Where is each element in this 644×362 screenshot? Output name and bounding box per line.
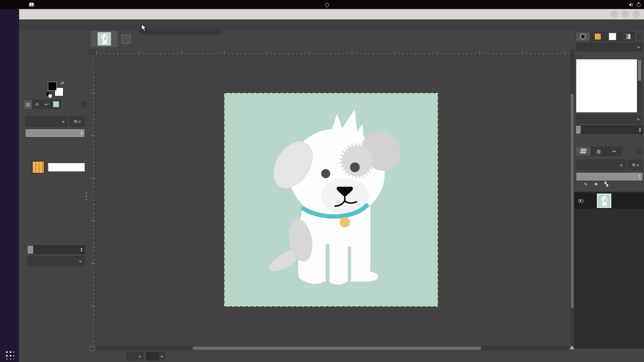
- gimp-titlebar[interactable]: [19, 9, 644, 19]
- chevron-down-icon: ∨: [138, 355, 141, 358]
- brush-filter-box[interactable]: ∨: [576, 43, 643, 51]
- scrollbar-thumb[interactable]: [193, 347, 481, 350]
- brushes-dock-tabs: [576, 32, 635, 41]
- image-tab[interactable]: [91, 30, 118, 48]
- layers-dock-tabs: ▥ ↬: [576, 146, 622, 156]
- brush-group-dropdown[interactable]: ∨: [576, 115, 643, 123]
- spinner-arrows[interactable]: ▲▼: [79, 246, 84, 254]
- mode-switch-button[interactable]: ⟲∨: [69, 116, 85, 127]
- zoom-dropdown-button[interactable]: ∨: [159, 352, 165, 361]
- unit-dropdown[interactable]: ∨: [127, 352, 144, 361]
- tab-tool-options[interactable]: ▤: [23, 100, 33, 109]
- lock-position-icon[interactable]: ✥: [594, 182, 598, 187]
- vertical-scrollbar[interactable]: [570, 49, 574, 346]
- spinner-arrows[interactable]: ▲▼: [79, 129, 84, 137]
- tab-layers[interactable]: [576, 146, 591, 156]
- lock-alpha-icon[interactable]: ▚: [605, 182, 608, 187]
- panel-resize-grip[interactable]: [86, 192, 87, 200]
- layer-row[interactable]: [575, 193, 644, 209]
- image-tab-close-button[interactable]: [122, 35, 130, 44]
- statusbar: ∨ ∨: [88, 351, 574, 362]
- fill-by-dropdown[interactable]: ∨: [27, 256, 85, 266]
- opacity-slider[interactable]: ▲▼: [25, 129, 85, 137]
- system-status-area[interactable]: [627, 3, 641, 7]
- menubar: [19, 19, 644, 30]
- chevron-down-icon: ∨: [78, 120, 81, 123]
- notification-bell-icon: [325, 3, 329, 6]
- right-dock: ∨ ∨ ▲▼ ▥ ↬ ∨ ⟲∨ ▲▼ ✎ ✥ ▚: [574, 30, 644, 362]
- font-icon: [609, 33, 616, 40]
- default-colors-icon[interactable]: [47, 93, 50, 96]
- pattern-name-field[interactable]: [48, 163, 85, 172]
- layers-icon: [580, 149, 587, 154]
- image-tab-thumbnail: [98, 32, 111, 46]
- tab-gradients[interactable]: [620, 32, 635, 41]
- ruler-origin-button[interactable]: [89, 49, 95, 55]
- canvas-area: ∨ ∨: [88, 30, 574, 362]
- tab-channels[interactable]: ▥: [591, 146, 606, 156]
- volume-icon: [627, 3, 631, 6]
- layer-opacity-slider[interactable]: ▲▼: [576, 172, 643, 181]
- close-button[interactable]: [633, 10, 640, 18]
- chevron-down-icon: ∨: [160, 355, 164, 358]
- chevron-down-icon: ∨: [636, 117, 640, 121]
- system-top-bar: [0, 0, 644, 9]
- app-grid-button[interactable]: [5, 350, 14, 359]
- layer-thumbnail[interactable]: [597, 194, 611, 208]
- chevron-down-icon: ∨: [620, 163, 623, 167]
- dock-collapse-arrow[interactable]: [637, 148, 642, 154]
- image-canvas[interactable]: [224, 93, 438, 307]
- paint-mode-dropdown[interactable]: ∨: [25, 116, 67, 127]
- horizontal-scrollbar[interactable]: [95, 346, 570, 351]
- dock-collapse-arrow[interactable]: [637, 34, 642, 39]
- tab-brushes[interactable]: [576, 32, 590, 41]
- spinner-arrows[interactable]: ▲▼: [637, 173, 642, 181]
- navigation-preview-button[interactable]: [570, 346, 574, 349]
- scrollbar-thumb[interactable]: [638, 60, 641, 81]
- threshold-slider[interactable]: ▲▼: [27, 245, 85, 254]
- brush-filter-input[interactable]: [579, 45, 637, 50]
- tab-image-thumbnail[interactable]: [51, 100, 61, 109]
- toolbox-panel: ⇄ ▤ ✍ ↩ ∨ ⟲∨ ▲▼: [19, 30, 88, 362]
- spacing-slider[interactable]: ▲▼: [576, 125, 643, 134]
- horizontal-ruler[interactable]: [95, 49, 570, 55]
- gimp-wilber-icon: [29, 2, 34, 7]
- ubuntu-dock: [0, 9, 19, 362]
- dock-collapse-arrow[interactable]: [82, 102, 87, 107]
- channels-icon: ▥: [597, 149, 601, 154]
- canvas-viewport[interactable]: [95, 55, 570, 346]
- restore-button[interactable]: [622, 10, 629, 18]
- brush-grid: [576, 59, 637, 112]
- spinner-arrows[interactable]: ▲▼: [638, 126, 642, 134]
- scrollbar-thumb[interactable]: [571, 94, 574, 308]
- clock-menu[interactable]: [323, 3, 329, 6]
- mouse-cursor: [141, 24, 148, 33]
- chevron-down-icon: ∨: [61, 120, 65, 123]
- paths-icon: ↬: [612, 149, 616, 154]
- toolbox-dock-tabs: ▤ ✍ ↩: [23, 100, 61, 109]
- tab-patterns[interactable]: [590, 32, 605, 41]
- pattern-swatch[interactable]: [32, 161, 45, 174]
- tab-undo-history[interactable]: ↩: [42, 100, 51, 109]
- layer-mode-dropdown[interactable]: ∨: [576, 160, 626, 170]
- tools-menu: [140, 30, 221, 32]
- layer-list: [575, 192, 644, 349]
- lock-row: ✎ ✥ ▚: [577, 182, 608, 187]
- gradient-icon: [624, 34, 631, 39]
- layer-visibility-eye-icon[interactable]: [578, 199, 584, 203]
- brush-icon: [580, 34, 586, 40]
- foreground-color-swatch[interactable]: [48, 82, 57, 90]
- brush-grid-scrollbar[interactable]: [637, 59, 642, 112]
- quickmask-toggle[interactable]: [90, 347, 95, 351]
- vertical-ruler[interactable]: [89, 55, 95, 346]
- focused-app-indicator[interactable]: [29, 2, 37, 7]
- zoom-level-field[interactable]: [146, 352, 159, 361]
- minimize-button[interactable]: [610, 10, 618, 18]
- tab-device-status[interactable]: ✍: [33, 100, 42, 109]
- layer-mode-switch-button[interactable]: ⟲∨: [628, 160, 643, 170]
- swap-colors-icon[interactable]: ⇄: [61, 80, 64, 85]
- lock-pixels-icon[interactable]: ✎: [584, 182, 588, 187]
- tab-paths[interactable]: ↬: [606, 146, 622, 156]
- tab-fonts[interactable]: [605, 32, 620, 41]
- chevron-down-icon: ∨: [78, 259, 82, 263]
